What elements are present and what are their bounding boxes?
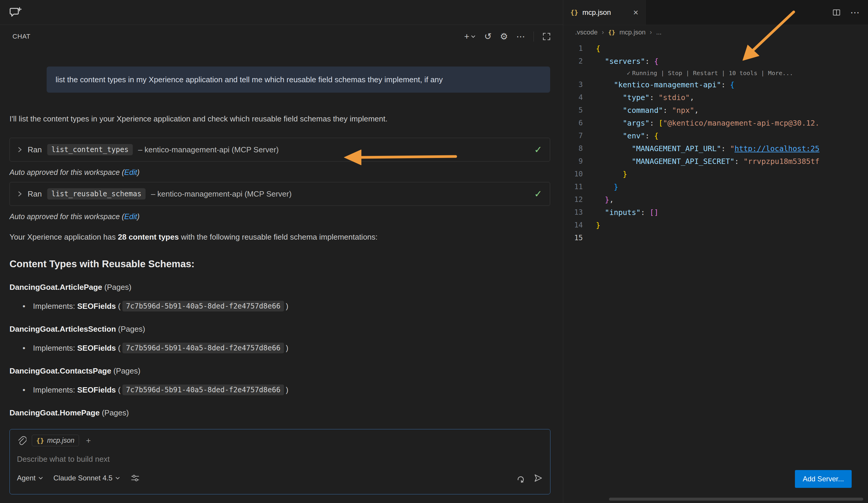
breadcrumb-more[interactable]: ... (656, 29, 662, 36)
success-check-icon: ✓ (534, 188, 542, 200)
paperclip-icon[interactable] (17, 436, 27, 446)
model-picker[interactable]: Claude Sonnet 4.5 (53, 474, 120, 482)
new-chat-icon[interactable] (9, 6, 22, 19)
content-type-id: DancingGoat.HomePage (10, 408, 100, 417)
implements-label: Implements: (33, 385, 75, 395)
schema-name: SEOFields (77, 344, 116, 353)
breadcrumb-folder[interactable]: .vscode (575, 29, 598, 36)
mode-label: Agent (17, 474, 35, 482)
paren: ( (118, 344, 121, 353)
schema-name: SEOFields (77, 385, 116, 395)
tool-call-row[interactable]: Ran list_reusable_schemas – kentico-mana… (10, 182, 550, 206)
chevron-down-icon (115, 476, 120, 480)
content-type-id: DancingGoat.ArticlesSection (10, 325, 116, 334)
tool-server: – kentico-management-api (MCP Server) (151, 189, 291, 199)
paren: ( (118, 385, 121, 395)
maximize-panel-icon[interactable] (542, 32, 551, 41)
codelens[interactable]: ✓Running | Stop | Restart | 10 tools | M… (563, 68, 868, 78)
json-file-icon: {} (570, 9, 578, 16)
implements-label: Implements: (33, 344, 75, 353)
implements-row: • Implements: SEOFields (7c7b596d-5b91-4… (10, 343, 550, 353)
more-actions-icon[interactable]: ⋯ (850, 7, 860, 18)
auto-approved-close: ) (137, 168, 139, 176)
tool-name: list_reusable_schemas (47, 188, 146, 200)
auto-approved-text: Auto approved for this workspace ( (10, 212, 124, 221)
tools-icon[interactable] (131, 473, 140, 483)
content-type-id: DancingGoat.ContactsPage (10, 366, 111, 375)
bullet: • (23, 344, 25, 353)
more-actions-icon[interactable]: ⋯ (516, 32, 525, 41)
content-type-kind: (Pages) (116, 325, 145, 334)
code-line[interactable]: 10 } (563, 168, 868, 180)
tab-mcp-json[interactable]: {} mcp.json × (563, 0, 646, 25)
paren: ( (118, 302, 121, 311)
chevron-down-icon (471, 34, 476, 39)
breadcrumb-file[interactable]: mcp.json (619, 29, 645, 36)
chat-input-box[interactable]: {} mcp.json + Describe what to build nex… (10, 429, 550, 494)
edit-approval-link[interactable]: Edit (124, 168, 137, 176)
code-line[interactable]: 7 "env": { (563, 129, 868, 142)
close-tab-icon[interactable]: × (633, 8, 638, 18)
auto-approved-note: Auto approved for this workspace (Edit) (10, 212, 550, 221)
content-type-id: DancingGoat.ArticlePage (10, 283, 102, 292)
model-label: Claude Sonnet 4.5 (53, 474, 113, 482)
history-icon[interactable]: ↺ (484, 32, 492, 41)
code-line[interactable]: 12 }, (563, 193, 868, 206)
editor-tab-bar: {} mcp.json × ⋯ (563, 0, 868, 25)
code-line[interactable]: 5 "command": "npx", (563, 104, 868, 117)
voice-icon[interactable] (516, 473, 526, 483)
breadcrumb-separator: › (602, 29, 604, 36)
mode-picker[interactable]: Agent (17, 474, 43, 482)
tool-call-prefix: Ran (28, 189, 42, 199)
chat-transcript: list the content types in my Xperience a… (0, 66, 563, 418)
code-line[interactable]: 14} (563, 219, 868, 232)
schema-guid: 7c7b596d-5b91-40a5-8ded-f2e4757d8e66 (122, 385, 284, 395)
implements-row: • Implements: SEOFields (7c7b596d-5b91-4… (10, 301, 550, 312)
content-type-kind: (Pages) (111, 366, 140, 375)
chat-title: CHAT (12, 33, 31, 40)
input-controls: Agent Claude Sonnet 4.5 (17, 473, 543, 483)
paren: ) (286, 385, 288, 395)
edit-approval-link[interactable]: Edit (124, 212, 137, 221)
code-line[interactable]: 3 "kentico-management-api": { (563, 78, 868, 91)
add-context-button[interactable]: + (84, 437, 93, 445)
plus-icon: + (464, 32, 469, 41)
code-line[interactable]: 9 "MANAGEMENT_API_SECRET": "rrvpzpu18m53… (563, 155, 868, 168)
auto-approved-close: ) (137, 212, 139, 221)
chat-input-placeholder[interactable]: Describe what to build next (17, 454, 543, 464)
summary-post: with the following reusable field schema… (179, 232, 378, 241)
code-line[interactable]: 4 "type": "stdio", (563, 91, 868, 104)
code-line[interactable]: 15 (563, 232, 868, 244)
code-line[interactable]: 8 "MANAGEMENT_API_URL": "http://localhos… (563, 142, 868, 155)
content-type-kind: (Pages) (100, 408, 128, 417)
code-line[interactable]: 2 "servers": { (563, 55, 868, 68)
chat-toolbar: + ↺ ⚙ ⋯ (464, 31, 551, 42)
tool-call-prefix: Ran (28, 145, 42, 154)
chevron-right-icon (18, 146, 22, 153)
gear-icon[interactable]: ⚙ (500, 32, 508, 41)
success-check-icon: ✓ (534, 144, 542, 155)
code-lines: 1{2 "servers": {✓Running | Stop | Restar… (563, 42, 868, 244)
content-type-name: DancingGoat.ContactsPage (Pages) (10, 366, 550, 376)
add-server-button[interactable]: Add Server... (795, 470, 852, 488)
json-file-icon: {} (608, 29, 615, 36)
bullet: • (23, 385, 25, 395)
new-chat-button[interactable]: + (464, 32, 476, 41)
json-file-icon: {} (36, 437, 44, 444)
send-icon[interactable] (534, 473, 543, 483)
code-line[interactable]: 11 } (563, 180, 868, 193)
code-line[interactable]: 13 "inputs": [] (563, 206, 868, 219)
context-file-chip[interactable]: {} mcp.json (32, 435, 79, 446)
tool-name: list_content_types (47, 144, 133, 155)
breadcrumb[interactable]: .vscode › {} mcp.json › ... (563, 25, 868, 40)
schema-guid: 7c7b596d-5b91-40a5-8ded-f2e4757d8e66 (122, 343, 284, 353)
code-line[interactable]: 6 "args": ["@kentico/management-api-mcp@… (563, 117, 868, 129)
tool-call-row[interactable]: Ran list_content_types – kentico-managem… (10, 138, 550, 161)
split-editor-icon[interactable] (832, 8, 841, 17)
summary-count: 28 content types (118, 232, 179, 241)
code-line[interactable]: 1{ (563, 42, 868, 55)
paren: ) (286, 302, 288, 311)
horizontal-scrollbar[interactable] (609, 497, 863, 501)
input-right-icons (516, 473, 543, 483)
implements-label: Implements: (33, 302, 75, 311)
